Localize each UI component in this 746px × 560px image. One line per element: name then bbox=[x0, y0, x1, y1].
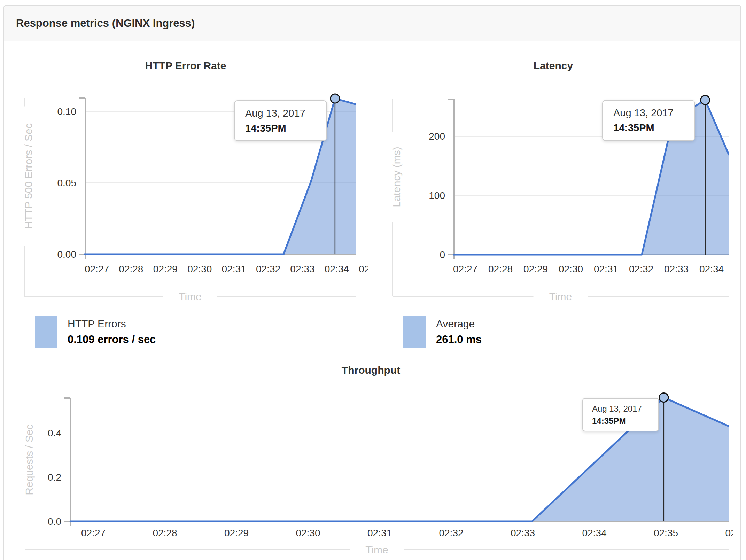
x-tick-label: 02:33 bbox=[290, 264, 314, 274]
x-tick-label: 02:34 bbox=[582, 528, 606, 538]
y-tick-label: 0.2 bbox=[48, 472, 61, 483]
tooltip-date: Aug 13, 2017 bbox=[613, 107, 694, 119]
throughput-chart[interactable]: Requests / SecTime0.40.20.002:2702:2802:… bbox=[3, 362, 733, 560]
x-tick-label: 02:36 bbox=[725, 528, 733, 538]
http-error-rate-chart[interactable]: HTTP 500 Errors / SecTime0.100.050.0002:… bbox=[3, 41, 368, 306]
x-tick-label: 02:28 bbox=[488, 264, 513, 274]
x-tick-label: 02:31 bbox=[594, 264, 618, 274]
tooltip-time: 14:35PM bbox=[245, 123, 326, 134]
card-title: Response metrics (NGINX Ingress) bbox=[16, 17, 195, 30]
tooltip-date: Aug 13, 2017 bbox=[592, 404, 658, 414]
legend-swatch bbox=[403, 316, 426, 348]
tooltip-time: 14:35PM bbox=[592, 416, 658, 426]
x-tick-label: 02:29 bbox=[224, 528, 249, 538]
x-axis-label: Time bbox=[549, 291, 572, 302]
x-tick-label: 02:33 bbox=[664, 264, 689, 274]
y-tick-label: 100 bbox=[429, 190, 445, 201]
y-tick-label: 0.4 bbox=[48, 428, 61, 438]
throughput-tooltip: Aug 13, 2017 14:35PM bbox=[582, 398, 659, 431]
x-tick-label: 02:31 bbox=[367, 528, 392, 538]
legend-value: 261.0 ms bbox=[436, 332, 482, 348]
x-tick-label: 02:33 bbox=[511, 528, 535, 538]
response-metrics-dashboard: Response metrics (NGINX Ingress) HTTP Er… bbox=[0, 0, 746, 560]
x-tick-label: 02:28 bbox=[153, 528, 177, 538]
x-tick-label: 02:35 bbox=[359, 264, 368, 274]
legend-swatch bbox=[35, 316, 57, 348]
x-tick-label: 02:31 bbox=[222, 264, 246, 274]
y-tick-label: 0 bbox=[440, 249, 445, 260]
x-tick-label: 02:30 bbox=[187, 264, 212, 274]
y-tick-label: 0.00 bbox=[57, 249, 77, 260]
legend-value: 0.109 errors / sec bbox=[68, 332, 156, 348]
y-tick-label: 200 bbox=[429, 131, 445, 142]
y-tick-label: 0.10 bbox=[57, 106, 77, 117]
x-tick-label: 02:27 bbox=[81, 528, 106, 538]
x-axis-label: Time bbox=[179, 291, 202, 302]
http-error-rate-tooltip: Aug 13, 2017 14:35PM bbox=[234, 100, 327, 141]
y-axis-label: Requests / Sec bbox=[23, 424, 35, 495]
y-axis-label: Latency (ms) bbox=[391, 147, 402, 207]
tooltip-time: 14:35PM bbox=[613, 122, 694, 134]
latency-chart[interactable]: Latency (ms)Time200100002:2702:2802:2902… bbox=[373, 41, 733, 306]
x-tick-label: 02:32 bbox=[256, 264, 280, 274]
latency-average-legend[interactable]: Average 261.0 ms bbox=[403, 316, 482, 348]
x-tick-label: 02:34 bbox=[325, 264, 349, 274]
highlight-point-marker bbox=[659, 393, 668, 402]
http-errors-legend[interactable]: HTTP Errors 0.109 errors / sec bbox=[35, 316, 156, 348]
highlight-point-marker bbox=[331, 94, 340, 103]
y-tick-label: 0.05 bbox=[57, 178, 77, 188]
y-axis-label: HTTP 500 Errors / Sec bbox=[23, 123, 34, 229]
x-tick-label: 02:29 bbox=[523, 264, 548, 274]
card-header: Response metrics (NGINX Ingress) bbox=[4, 6, 740, 41]
legend-label: HTTP Errors bbox=[68, 316, 156, 332]
x-tick-label: 02:30 bbox=[559, 264, 583, 274]
tooltip-date: Aug 13, 2017 bbox=[245, 108, 326, 119]
x-tick-label: 02:27 bbox=[85, 264, 109, 274]
x-tick-label: 02:32 bbox=[439, 528, 463, 538]
x-tick-label: 02:29 bbox=[153, 264, 178, 274]
highlight-point-marker bbox=[701, 95, 710, 104]
x-axis-label: Time bbox=[365, 544, 388, 555]
x-tick-label: 02:28 bbox=[119, 264, 143, 274]
x-tick-label: 02:30 bbox=[296, 528, 320, 538]
x-tick-label: 02:35 bbox=[654, 528, 678, 538]
x-tick-label: 02:27 bbox=[453, 264, 477, 274]
legend-label: Average bbox=[436, 316, 482, 332]
x-tick-label: 02:34 bbox=[699, 264, 724, 274]
y-tick-label: 0.0 bbox=[48, 516, 61, 527]
latency-tooltip: Aug 13, 2017 14:35PM bbox=[602, 100, 695, 141]
x-tick-label: 02:32 bbox=[629, 264, 653, 274]
